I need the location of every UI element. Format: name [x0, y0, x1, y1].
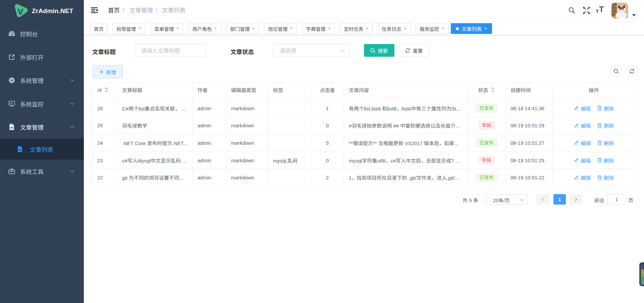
- svg-text:V: V: [17, 7, 23, 17]
